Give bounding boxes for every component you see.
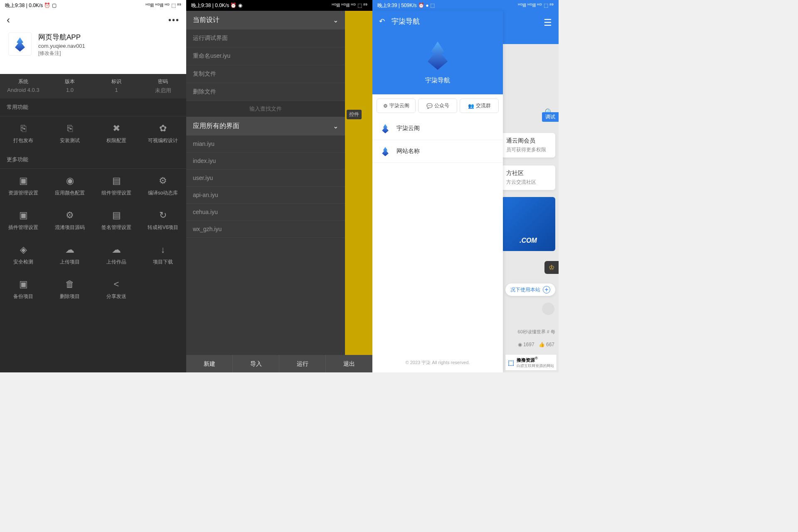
chip-label: 公众号	[434, 102, 449, 109]
function-item[interactable]: ▤签名管理设置	[93, 203, 140, 238]
info-label: 系统	[2, 78, 45, 85]
function-item[interactable]: ▣资源管理设置	[0, 169, 47, 203]
function-label: 删除项目	[60, 293, 80, 300]
app-info-row: 系统Android 4.0.3 版本1.0 标识1 密码未启用	[0, 74, 186, 99]
function-icon: ▣	[19, 175, 28, 186]
function-item[interactable]: ↓项目下载	[140, 238, 186, 272]
menu-item[interactable]: 重命名user.iyu	[186, 47, 345, 65]
function-item[interactable]: ◉应用颜色配置	[47, 169, 93, 203]
function-label: 转成裕V6项目	[148, 224, 179, 231]
function-icon: ✿	[159, 123, 167, 134]
avatar[interactable]	[542, 303, 554, 315]
chip-icon: ⚙	[383, 103, 388, 109]
main-content-scrim[interactable]: ☰ 🔍 调试 通云阁会员 员可获得更多权限 方社区 方云交流社区 .COM ♔ …	[503, 11, 559, 372]
widgets-tag[interactable]: 控件	[347, 110, 362, 119]
drawer-list-item[interactable]: 网站名称	[372, 140, 503, 163]
function-item[interactable]: ⎘打包发布	[0, 116, 47, 151]
function-label: 备份项目	[13, 293, 33, 300]
promo-image[interactable]: .COM	[501, 197, 555, 251]
member-card-sub: 员可获得更多权限	[506, 146, 550, 153]
function-label: 签名管理设置	[101, 224, 131, 231]
app-logo	[421, 38, 454, 71]
debug-badge[interactable]: 调试	[542, 112, 559, 122]
exit-button[interactable]: 退出	[326, 355, 372, 372]
menu-item[interactable]: 复制文件	[186, 65, 345, 83]
menu-item[interactable]: 运行调试界面	[186, 30, 345, 47]
file-item[interactable]: index.iyu	[186, 153, 345, 170]
collapse-header-design[interactable]: 当前设计 ⌄	[186, 11, 345, 30]
function-item[interactable]: ⚙编译so动态库	[140, 169, 186, 203]
function-item[interactable]: ⚙混淆项目源码	[47, 203, 93, 238]
chip-label: 宇柒云阁	[389, 102, 409, 109]
info-value: 1	[95, 87, 138, 93]
back-icon[interactable]: ‹	[7, 14, 10, 26]
function-icon: ✖	[113, 123, 120, 134]
function-label: 安装测试	[60, 137, 80, 144]
status-right: ᴴᴰill ᴴᴰill ᴴᴰ ⬚ ⁸⁹	[332, 2, 367, 8]
run-button[interactable]: 运行	[279, 355, 326, 372]
function-item[interactable]: ☁上传作品	[93, 238, 140, 272]
function-item[interactable]: ✿可视编程设计	[140, 116, 186, 151]
new-button[interactable]: 新建	[186, 355, 233, 372]
function-icon: 🗑	[65, 279, 74, 290]
file-item[interactable]: user.iyu	[186, 170, 345, 187]
edit-remark-link[interactable]: [修改备注]	[38, 50, 85, 57]
function-item[interactable]: ◈安全检测	[0, 238, 47, 272]
function-label: 应用颜色配置	[55, 190, 85, 197]
file-item[interactable]: wx_gzh.iyu	[186, 221, 345, 238]
status-right: ᴴᴰill ᴴᴰill ᴴᴰ ⬚ ⁸⁹	[518, 2, 554, 8]
function-label: 资源管理设置	[8, 190, 38, 197]
function-item[interactable]: ▤组件管理设置	[93, 169, 140, 203]
section-common-title: 常用功能	[0, 99, 186, 116]
chip-icon: 👥	[468, 103, 474, 109]
status-right: ᴴᴰill ᴴᴰill ᴴᴰ ⬚ ⁸⁹	[145, 2, 181, 8]
chip-button[interactable]: 💬公众号	[418, 99, 457, 113]
import-button[interactable]: 导入	[233, 355, 279, 372]
function-item[interactable]: 🗑删除项目	[47, 272, 93, 307]
file-item[interactable]: api-an.iyu	[186, 187, 345, 204]
section-more-title: 更多功能	[0, 151, 186, 169]
watermark-sub: 白嫖互联网资源的网站	[517, 363, 554, 369]
file-item[interactable]: cehua.iyu	[186, 204, 345, 221]
bottom-bar: 新建 导入 运行 退出	[186, 355, 372, 372]
chip-button[interactable]: 👥交流群	[460, 99, 499, 113]
more-icon[interactable]: •••	[168, 15, 180, 25]
function-item[interactable]: ☁上传项目	[47, 238, 93, 272]
function-item[interactable]: ▣备份项目	[0, 272, 47, 307]
menu-item[interactable]: 删除文件	[186, 83, 345, 101]
use-site-button[interactable]: 况下使用本站 +	[505, 283, 555, 296]
function-icon: ◈	[20, 244, 27, 255]
function-item[interactable]: ⎘安装测试	[47, 116, 93, 151]
views-count: ◉ 1697	[518, 342, 534, 347]
info-label: 标识	[95, 78, 138, 85]
drawer-list-item[interactable]: 宇柒云阁	[372, 117, 503, 140]
app-icon	[8, 32, 32, 56]
function-label: 打包发布	[13, 137, 33, 144]
function-item[interactable]: ✖权限配置	[93, 116, 140, 151]
chip-icon: 💬	[426, 103, 433, 109]
function-icon: ⚙	[66, 210, 74, 221]
function-item[interactable]: ↻转成裕V6项目	[140, 203, 186, 238]
search-input[interactable]: 输入查找文件	[186, 101, 345, 117]
status-bar: 晚上9:39 | 509K/s ⏰ ● ⬚ ᴴᴰill ᴴᴰill ᴴᴰ ⬚ ⁸…	[372, 0, 559, 11]
status-bar: 晚上9:38 | 0.0K/s ⏰ ▢ ᴴᴰill ᴴᴰill ᴴᴰ ⬚ ⁸⁹	[0, 0, 186, 11]
function-icon: ⎘	[67, 123, 73, 134]
hamburger-icon[interactable]: ☰	[544, 17, 552, 28]
status-bar: 晚上9:38 | 0.0K/s ⏰ ◉ ᴴᴰill ᴴᴰill ᴴᴰ ⬚ ⁸⁹	[186, 0, 372, 11]
function-item[interactable]: <分享发送	[93, 272, 140, 307]
screen-file-manager: 晚上9:38 | 0.0K/s ⏰ ◉ ᴴᴰill ᴴᴰill ᴴᴰ ⬚ ⁸⁹ …	[186, 0, 372, 372]
back-arrow-icon[interactable]: ↶	[379, 17, 385, 26]
drawer: ↶ 宇柒导航 宇柒导航 ⚙宇柒云阁💬公众号👥交流群 宇柒云阁网站名称 © 202…	[372, 11, 503, 372]
function-icon: ▣	[19, 210, 28, 221]
file-item[interactable]: mian.iyu	[186, 135, 345, 153]
collapse-header-files[interactable]: 应用所有的界面 ⌄	[186, 117, 345, 135]
chip-button[interactable]: ⚙宇柒云阁	[377, 99, 416, 113]
watermark: ⬚ 撸撸资源® 白嫖互联网资源的网站	[505, 354, 557, 371]
chip-label: 交流群	[476, 102, 491, 109]
status-left: 晚上9:39 | 509K/s ⏰ ● ⬚	[377, 2, 435, 9]
list-label: 网站名称	[397, 148, 420, 155]
function-item[interactable]: ▣插件管理设置	[0, 203, 47, 238]
function-icon: <	[114, 279, 119, 290]
crown-icon[interactable]: ♔	[544, 261, 559, 274]
side-panel: 控件	[345, 11, 372, 360]
